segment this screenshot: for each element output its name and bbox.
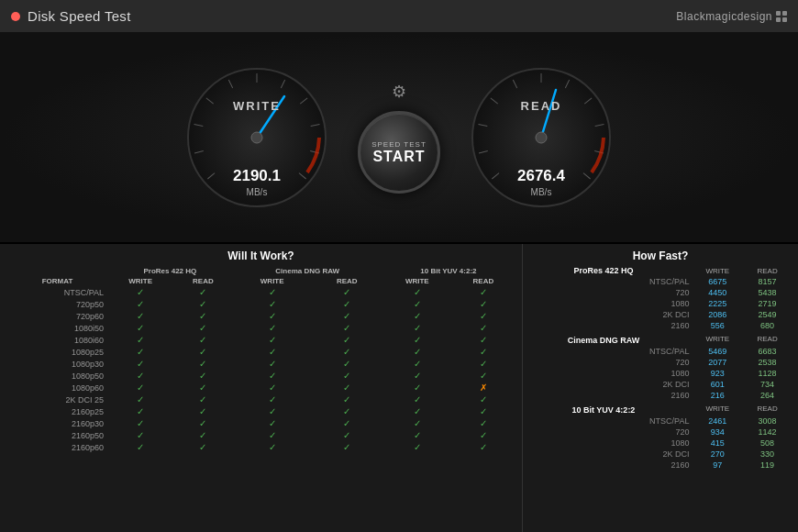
check-mark: ✓	[199, 287, 206, 297]
write-col-label: WRITE	[691, 266, 744, 276]
check-mark: ✓	[480, 430, 487, 440]
check-cell: ✓	[233, 310, 312, 322]
table-row: 720p50✓✓✓✓✓✓	[7, 298, 515, 310]
check-mark: ✓	[137, 371, 144, 381]
write-gauge: WRITE 2190.1 MB/s	[183, 64, 330, 211]
check-mark: ✓	[199, 394, 206, 405]
write-value: 556	[691, 320, 744, 331]
check-cell: ✓	[233, 334, 312, 346]
check-cell: ✓	[452, 417, 515, 429]
gear-icon[interactable]: ⚙	[392, 82, 406, 102]
cdng-header: Cinema DNG RAW	[233, 266, 382, 276]
write-value: 2461	[691, 416, 744, 427]
check-cell: ✓	[107, 417, 173, 429]
check-cell: ✓	[233, 370, 312, 382]
codec-header-row: ProRes 422 HQWRITEREAD	[530, 266, 791, 276]
check-mark: ✓	[137, 359, 144, 369]
read-value: 734	[744, 379, 791, 390]
check-mark: ✓	[137, 311, 144, 321]
format-cell: 1080	[530, 298, 691, 309]
write-value: 216	[691, 390, 744, 401]
check-mark: ✓	[480, 335, 487, 345]
check-cell: ✓	[452, 370, 515, 382]
format-cell: 1080p50	[7, 370, 107, 382]
check-cell: ✓	[107, 358, 173, 370]
check-mark: ✓	[414, 394, 421, 405]
check-cell: ✓	[233, 393, 312, 405]
format-cell: 1080i60	[7, 334, 107, 346]
brand-dot-2	[782, 11, 787, 16]
prores-header: ProRes 422 HQ	[107, 266, 233, 276]
write-value: 2225	[691, 298, 744, 309]
write-col-label: WRITE	[691, 331, 744, 346]
yuv-write-header: WRITE	[382, 276, 452, 286]
check-mark: ✓	[343, 394, 350, 405]
check-cell: ✓	[107, 298, 173, 310]
check-cell: ✓	[452, 298, 515, 310]
cdng-write-header: WRITE	[233, 276, 312, 286]
close-button[interactable]	[11, 12, 20, 21]
table-row: 7209341142	[530, 427, 791, 438]
check-cell: ✓	[107, 322, 173, 334]
svg-point-13	[251, 132, 262, 143]
check-mark: ✓	[269, 359, 276, 369]
read-col-label: READ	[744, 266, 791, 276]
how-fast-panel: How Fast? ProRes 422 HQWRITEREADNTSC/PAL…	[523, 244, 798, 532]
check-mark: ✓	[199, 347, 206, 357]
check-cell: ✓	[107, 429, 173, 441]
brand-logo: Blackmagicdesign	[676, 10, 787, 23]
brand-name: Blackmagicdesign	[676, 10, 772, 23]
check-mark: ✓	[199, 359, 206, 369]
check-cell: ✓	[312, 334, 382, 346]
check-mark: ✓	[269, 371, 276, 381]
check-cell: ✓	[382, 370, 452, 382]
check-mark: ✓	[269, 442, 276, 452]
check-cell: ✓	[233, 417, 312, 429]
read-col-label: READ	[744, 331, 791, 346]
start-button-top-text: SPEED TEST	[371, 140, 427, 149]
check-cell: ✓	[173, 358, 233, 370]
check-cell: ✓	[382, 334, 452, 346]
check-cell: ✓	[107, 370, 173, 382]
check-cell: ✓	[312, 310, 382, 322]
check-cell: ✓	[452, 441, 515, 453]
read-value: 508	[744, 438, 791, 449]
check-cell: ✓	[233, 346, 312, 358]
start-button-main-text: START	[372, 149, 425, 165]
check-mark: ✓	[414, 323, 421, 333]
read-value: 1128	[744, 368, 791, 379]
check-cell: ✓	[382, 405, 452, 417]
codec-name: 10 Bit YUV 4:2:2	[530, 401, 677, 416]
check-cell: ✓	[173, 441, 233, 453]
table-row: NTSC/PAL54696683	[530, 346, 791, 357]
codec-header-row: Cinema DNG RAWWRITEREAD	[530, 331, 791, 346]
how-fast-table: ProRes 422 HQWRITEREADNTSC/PAL6675815772…	[530, 266, 791, 471]
format-sub-header: FORMAT	[7, 276, 107, 286]
check-mark: ✓	[343, 406, 350, 416]
check-mark: ✓	[269, 311, 276, 321]
format-cell: 2K DCI	[530, 449, 691, 460]
check-mark: ✓	[480, 442, 487, 452]
check-cell: ✓	[452, 310, 515, 322]
check-mark: ✓	[414, 430, 421, 440]
write-col-label: WRITE	[691, 401, 744, 416]
format-cell: NTSC/PAL	[530, 346, 691, 357]
check-cell: ✓	[452, 334, 515, 346]
check-mark: ✓	[137, 418, 144, 428]
check-mark: ✓	[269, 299, 276, 309]
check-cell: ✓	[173, 298, 233, 310]
check-mark: ✓	[414, 287, 421, 297]
write-value: 270	[691, 449, 744, 460]
table-row: 2160p30✓✓✓✓✓✓	[7, 417, 515, 429]
table-row: 2160p50✓✓✓✓✓✓	[7, 429, 515, 441]
check-mark: ✓	[137, 299, 144, 309]
start-button[interactable]: SPEED TEST START	[358, 111, 440, 194]
table-row: NTSC/PAL66758157	[530, 276, 791, 287]
check-cell: ✓	[173, 370, 233, 382]
check-mark: ✓	[480, 347, 487, 357]
prores-write-header: WRITE	[107, 276, 173, 286]
codec-header-row: 10 Bit YUV 4:2:2WRITEREAD	[530, 401, 791, 416]
check-mark: ✓	[343, 299, 350, 309]
write-value: 5469	[691, 346, 744, 357]
check-mark: ✓	[414, 442, 421, 452]
